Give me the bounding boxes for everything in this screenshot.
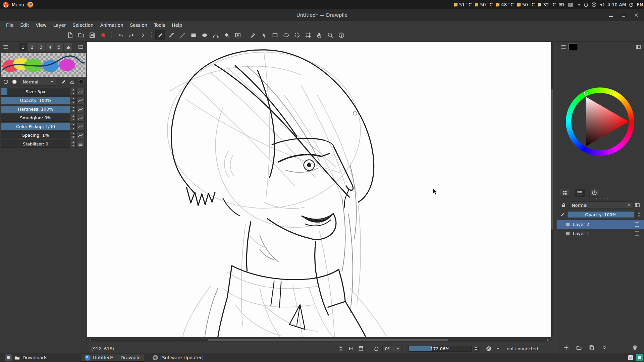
notifications-bell-icon[interactable] bbox=[583, 2, 589, 7]
transform-tool[interactable] bbox=[303, 30, 313, 40]
menu-tools[interactable]: Tools bbox=[151, 22, 168, 28]
indicator-caret-icon[interactable] bbox=[578, 4, 581, 7]
close-button[interactable] bbox=[630, 9, 643, 21]
tab-timeline[interactable] bbox=[589, 189, 599, 197]
hardness-slider[interactable]: Hardness: 100% bbox=[1, 105, 70, 113]
stabilizer-slider[interactable]: Stabilizer: 0 bbox=[1, 140, 70, 148]
brush-slot-1[interactable]: 1 bbox=[19, 43, 27, 51]
firefox-icon[interactable] bbox=[27, 2, 33, 8]
color-pickup-curve-button[interactable] bbox=[76, 123, 85, 130]
annotation-tool[interactable] bbox=[233, 30, 243, 40]
smudging-spinner[interactable] bbox=[71, 114, 76, 122]
brush-slot-4[interactable]: 4 bbox=[46, 43, 54, 51]
zoom-spinner[interactable] bbox=[474, 346, 479, 352]
brush-tool[interactable] bbox=[166, 30, 176, 40]
global-menu-label[interactable]: Menu bbox=[12, 2, 24, 7]
toolbar-grip[interactable] bbox=[111, 32, 113, 39]
hue-marker[interactable] bbox=[584, 92, 588, 96]
merge-layer-button[interactable] bbox=[600, 344, 609, 352]
lock-icon[interactable] bbox=[560, 202, 567, 208]
bezier-curve-tool[interactable] bbox=[211, 30, 221, 40]
scroll-right-icon[interactable] bbox=[547, 339, 550, 341]
layer-panel-toggle-icon[interactable] bbox=[633, 201, 642, 209]
temperature-indicator[interactable]: 50 °C bbox=[474, 2, 493, 7]
tab-layer-list[interactable] bbox=[575, 189, 585, 197]
opacity-slider[interactable]: Opacity: 100% bbox=[1, 97, 70, 104]
toolbar-overflow-chevron[interactable] bbox=[138, 30, 148, 40]
eraser-slot[interactable] bbox=[64, 43, 72, 51]
taskbar-item-software-updater[interactable]: [Software Updater] bbox=[149, 354, 207, 362]
brush-dock-menu-icon[interactable] bbox=[1, 43, 10, 51]
delete-layer-button[interactable] bbox=[631, 344, 639, 352]
minimize-button[interactable] bbox=[604, 9, 617, 21]
add-group-button[interactable] bbox=[575, 344, 583, 352]
opacity-curve-button[interactable] bbox=[76, 97, 85, 104]
rect-select-tool[interactable] bbox=[270, 30, 280, 40]
brush-slot-5[interactable]: 5 bbox=[55, 43, 63, 51]
tray-drawpile-icon[interactable] bbox=[636, 354, 643, 361]
flip-horizontal-icon[interactable] bbox=[347, 345, 355, 352]
battery-icon[interactable] bbox=[558, 2, 565, 7]
reset-rotation-icon[interactable] bbox=[372, 345, 380, 352]
dock-splitter-handle[interactable]: · · · · · bbox=[557, 197, 644, 200]
gpu-indicator-icon[interactable] bbox=[568, 2, 573, 7]
record-button[interactable] bbox=[98, 30, 108, 40]
taskbar-item-downloads[interactable]: Downloads bbox=[1, 354, 51, 362]
drawing-canvas[interactable] bbox=[87, 42, 551, 337]
page-frame-icon[interactable] bbox=[357, 345, 365, 352]
layer-blend-mode-select[interactable]: Normal bbox=[569, 201, 633, 209]
distro-logo-icon[interactable] bbox=[3, 2, 9, 8]
clock[interactable]: 4:10 AM bbox=[607, 2, 626, 7]
stabilizer-spinner[interactable] bbox=[71, 140, 76, 148]
status-badge-icon[interactable] bbox=[591, 2, 597, 7]
scroll-left-icon[interactable] bbox=[89, 339, 91, 341]
menu-help[interactable]: Help bbox=[168, 22, 185, 28]
undo-button[interactable] bbox=[116, 30, 126, 40]
menu-selection[interactable]: Selection bbox=[69, 22, 97, 28]
menu-edit[interactable]: Edit bbox=[17, 22, 33, 28]
tray-app-icon[interactable] bbox=[627, 354, 634, 361]
draw-mode-button[interactable] bbox=[59, 78, 68, 86]
menu-view[interactable]: View bbox=[33, 22, 50, 28]
zoom-tool[interactable] bbox=[325, 30, 335, 40]
zoom-slider[interactable]: 172.06% bbox=[409, 346, 472, 352]
layer-opacity-pen-icon[interactable] bbox=[560, 212, 565, 218]
open-file-button[interactable] bbox=[76, 30, 86, 40]
layer-visibility-checkbox[interactable] bbox=[635, 222, 639, 227]
brush-blend-mode-select[interactable]: Normal bbox=[20, 78, 56, 85]
menu-animation[interactable]: Animation bbox=[97, 22, 127, 28]
spacing-spinner[interactable] bbox=[71, 131, 76, 139]
lasso-select-tool[interactable] bbox=[281, 30, 291, 40]
foreground-color-swatch[interactable] bbox=[77, 78, 86, 86]
menu-file[interactable]: File bbox=[3, 22, 17, 28]
menu-session[interactable]: Session bbox=[126, 22, 151, 28]
new-file-button[interactable] bbox=[65, 30, 75, 40]
color-pickup-slider[interactable]: Color Pickup: 1/30 bbox=[1, 123, 70, 130]
dock-toggle-icon[interactable] bbox=[634, 43, 643, 51]
canvas-vertical-scrollbar[interactable] bbox=[551, 42, 553, 337]
chevron-down-icon[interactable] bbox=[497, 348, 499, 351]
opacity-spinner[interactable] bbox=[71, 97, 76, 104]
ellipse-tool[interactable] bbox=[200, 30, 210, 40]
pen-tool[interactable] bbox=[155, 30, 165, 40]
redo-button[interactable] bbox=[127, 30, 137, 40]
rotation-select[interactable]: 0° bbox=[382, 346, 402, 352]
reset-brush-icon[interactable] bbox=[1, 78, 10, 86]
scrollbar-handle[interactable] bbox=[551, 89, 553, 230]
dock-splitter-handle[interactable]: · · · · · bbox=[0, 186, 87, 188]
temperature-indicator[interactable]: 51 °C bbox=[453, 2, 472, 7]
layer-opacity-spinner[interactable] bbox=[636, 211, 641, 218]
maximize-button[interactable] bbox=[617, 9, 630, 21]
rectangle-tool[interactable] bbox=[189, 30, 199, 40]
spacing-curve-button[interactable] bbox=[76, 131, 85, 139]
menu-layer[interactable]: Layer bbox=[50, 22, 69, 28]
line-tool[interactable] bbox=[177, 30, 187, 40]
window-titlebar[interactable]: Untitled* — Drawpile bbox=[0, 9, 644, 21]
dock-toggle-icon[interactable] bbox=[76, 43, 85, 51]
keyboard-layout[interactable]: EN bbox=[637, 2, 643, 7]
duplicate-layer-button[interactable] bbox=[587, 344, 596, 352]
layer-row-layer1[interactable]: Layer 1 bbox=[557, 229, 644, 238]
temperature-indicator[interactable]: 32 °C bbox=[537, 2, 556, 7]
erase-mode-button[interactable] bbox=[68, 78, 77, 86]
temperature-indicator[interactable]: 48 °C bbox=[495, 2, 514, 7]
